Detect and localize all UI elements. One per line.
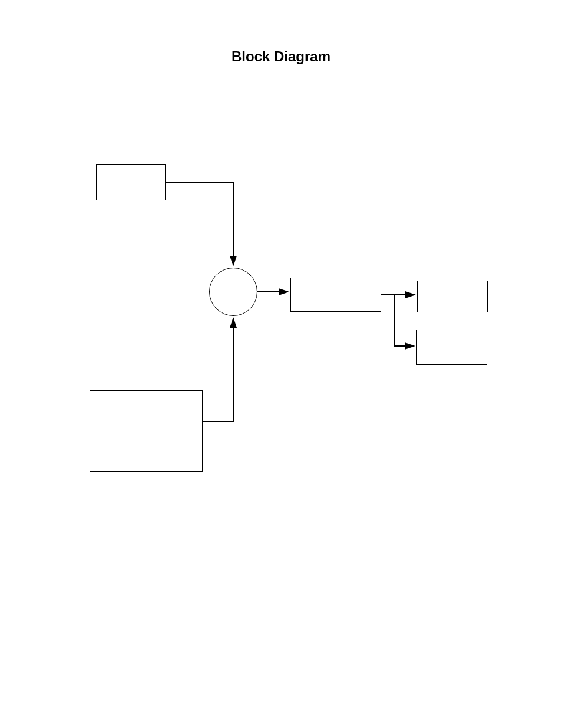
connector-bottomleft-to-circle: [203, 318, 233, 421]
block-diagram-canvas: [0, 0, 562, 728]
connector-branch-to-rightbottom: [395, 295, 414, 346]
box-bottom-left: [90, 390, 203, 472]
connector-topleft-to-circle: [166, 183, 233, 265]
circle-junction: [209, 268, 257, 316]
box-top-left: [96, 164, 166, 200]
box-center-right: [290, 278, 381, 312]
box-right-bottom: [416, 330, 487, 365]
box-right-top: [417, 281, 488, 312]
